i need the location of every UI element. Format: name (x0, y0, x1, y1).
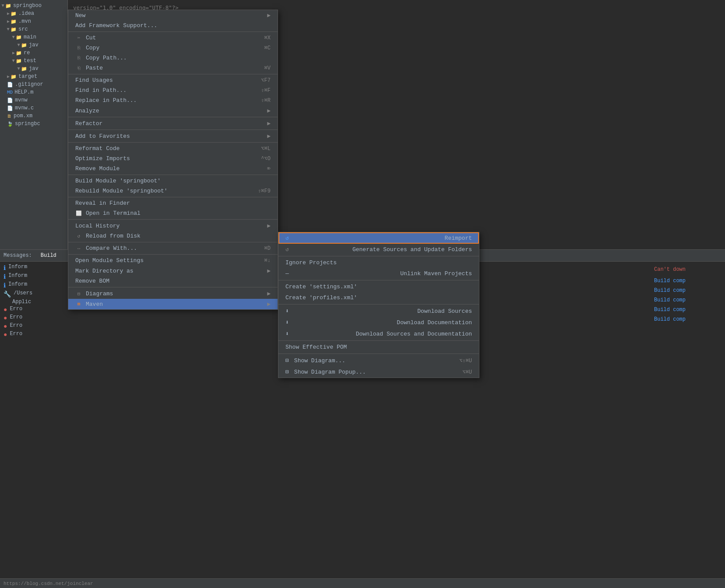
cm-maven[interactable]: m Maven ▶ (68, 299, 278, 309)
project-item-mvnw[interactable]: 📄 mvnw (0, 96, 67, 104)
info-icon-3: ℹ (4, 282, 6, 289)
maven-sep-3 (278, 304, 479, 304)
separator-4 (68, 130, 278, 130)
cm-find-usages[interactable]: Find Usages ⌥F7 (68, 75, 278, 85)
cm-add-favorites[interactable]: Add to Favorites ▶ (68, 131, 278, 141)
messages-label: Messages: (4, 252, 32, 259)
cm-open-terminal[interactable]: ⬜ Open in Terminal (68, 208, 278, 218)
maven-generate-sources[interactable]: ↺ Generate Sources and Update Folders (278, 244, 479, 255)
project-item-src[interactable]: ▶ 📁 src (0, 25, 67, 33)
cm-rebuild-module[interactable]: Rebuild Module 'springboot' ⇧⌘F9 (68, 186, 278, 196)
project-item-java-main[interactable]: ▶ 📁 jav (0, 41, 67, 49)
cm-copy-shortcut: ⌘C (264, 45, 271, 51)
cm-build-module-label: Build Module 'springboot' (75, 178, 161, 184)
maven-show-effective-pom[interactable]: Show Effective POM (278, 342, 479, 353)
project-item-gitignore[interactable]: 📄 .gitignor (0, 80, 67, 88)
cm-refactor-label: Refactor (75, 120, 102, 127)
cm-find-path[interactable]: Find in Path... ⇧⌘F (68, 85, 278, 95)
project-item-res[interactable]: ▶ 📁 re (0, 49, 67, 57)
project-root[interactable]: ▶ 📁 springboo (0, 2, 67, 10)
project-item-test[interactable]: ▶ 📁 test (0, 57, 67, 65)
cm-optimize-imports[interactable]: Optimize Imports ^⌥O (68, 154, 278, 164)
cm-mark-directory[interactable]: Mark Directory as ▶ (68, 266, 278, 276)
cm-copy[interactable]: ⎘ Copy ⌘C (68, 43, 278, 53)
cm-reload-disk[interactable]: ↺ Reload from Disk (68, 231, 278, 241)
project-item-help[interactable]: MD HELP.m (0, 88, 67, 96)
download-both-icon: ⬇ (285, 330, 289, 337)
cm-add-framework[interactable]: Add Framework Support... (68, 21, 278, 31)
cm-find-usages-label: Find Usages (75, 77, 113, 84)
cm-copy-path[interactable]: ⎘ Copy Path... (68, 53, 278, 63)
cm-reformat[interactable]: Reformat Code ⌥⌘L (68, 144, 278, 154)
cm-build-module[interactable]: Build Module 'springboot' (68, 176, 278, 186)
cm-replace-path[interactable]: Replace in Path... ⇧⌘R (68, 95, 278, 105)
build-comp-3[interactable]: Build comp (651, 295, 725, 305)
project-item-target[interactable]: ▶ 📁 target (0, 73, 67, 80)
maven-sep-2 (278, 280, 479, 280)
file-icon-pom: 🗎 (7, 113, 12, 119)
maven-download-docs[interactable]: ⬇ Download Documentation (278, 317, 479, 328)
cm-compare-with[interactable]: ↔ Compare With... ⌘D (68, 243, 278, 253)
cm-new[interactable]: New ▶ (68, 10, 278, 21)
cm-remove-module[interactable]: Remove Module ⌦ (68, 164, 278, 174)
maven-show-diagram[interactable]: ⊟ Show Diagram... ⌥⇧⌘U (278, 355, 479, 366)
maven-reimport[interactable]: ↺ Reimport (278, 232, 479, 244)
error-icon-4: ● (4, 331, 7, 338)
cm-module-settings[interactable]: Open Module Settings ⌘↓ (68, 256, 278, 266)
maven-submenu: ↺ Reimport ↺ Generate Sources and Update… (278, 232, 479, 378)
cm-local-history[interactable]: Local History ▶ (68, 220, 278, 231)
cm-reformat-label: Reformat Code (75, 145, 120, 152)
cm-replace-path-shortcut: ⇧⌘R (261, 97, 271, 104)
cm-remove-bom[interactable]: Remove BOM (68, 276, 278, 286)
project-item-idea[interactable]: ▶ 📁 .idea (0, 10, 67, 18)
maven-show-diagram-popup-label: Show Diagram Popup... (294, 369, 366, 375)
cm-cut[interactable]: ✂ Cut ⌘X (68, 33, 278, 43)
project-item-mvn[interactable]: ▶ 📁 .mvn (0, 18, 67, 25)
cm-paste[interactable]: ⎗ Paste ⌘V (68, 63, 278, 73)
project-label-help: HELP.m (14, 89, 33, 95)
cm-maven-label: Maven (86, 301, 103, 308)
project-item-springboot[interactable]: 🍃 springbc (0, 120, 67, 128)
project-item-pom[interactable]: 🗎 pom.xm (0, 112, 67, 120)
cm-module-settings-shortcut: ⌘↓ (264, 257, 271, 264)
tree-arrow-target: ▶ (7, 74, 10, 79)
maven-show-effective-pom-label: Show Effective POM (285, 344, 347, 350)
cm-refactor[interactable]: Refactor ▶ (68, 118, 278, 129)
project-item-mvnw-cmd[interactable]: 📄 mvnw.c (0, 104, 67, 112)
maven-show-diagram-popup[interactable]: ⊟ Show Diagram Popup... ⌥⌘U (278, 366, 479, 378)
maven-sep-1 (278, 256, 479, 256)
cm-reveal-finder[interactable]: Reveal in Finder (68, 198, 278, 208)
cm-remove-module-shortcut: ⌦ (267, 165, 271, 172)
maven-unlink-label: Unlink Maven Projects (400, 270, 472, 277)
cm-new-arrow: ▶ (267, 12, 271, 19)
error-icon-2: ● (4, 315, 7, 322)
maven-unlink[interactable]: — Unlink Maven Projects (278, 268, 479, 279)
cm-local-history-label: Local History (75, 223, 120, 229)
diagram-popup-icon: ⊟ (285, 368, 289, 375)
project-item-java-test[interactable]: ▶ 📁 jav (0, 65, 67, 73)
download-docs-icon: ⬇ (285, 319, 289, 326)
cm-paste-label: Paste (86, 65, 103, 71)
build-comp-4[interactable]: Build comp (651, 305, 725, 315)
cm-analyze[interactable]: Analyze ▶ (68, 105, 278, 116)
maven-download-docs-label: Download Documentation (397, 319, 472, 326)
build-comp-2[interactable]: Build comp (651, 286, 725, 295)
cm-diagrams[interactable]: ⊟ Diagrams ▶ (68, 288, 278, 299)
cm-add-favorites-label: Add to Favorites (75, 133, 130, 140)
project-label-java-test: jav (29, 66, 39, 72)
cm-cut-label: Cut (86, 35, 96, 41)
build-comp-1[interactable]: Build comp (651, 276, 725, 286)
folder-icon-root: 📁 (5, 3, 11, 9)
cm-replace-path-label: Replace in Path... (75, 97, 137, 104)
maven-create-settings-label: Create 'settings.xml' (285, 284, 357, 290)
build-comp-5[interactable]: Build comp (651, 315, 725, 324)
project-item-main[interactable]: ▶ 📁 main (0, 33, 67, 41)
maven-create-profiles[interactable]: Create 'profiles.xml' (278, 292, 479, 303)
maven-ignore-projects[interactable]: Ignore Projects (278, 257, 479, 268)
maven-download-both[interactable]: ⬇ Download Sources and Documentation (278, 328, 479, 340)
copy-icon: ⎘ (75, 46, 82, 51)
maven-create-settings[interactable]: Create 'settings.xml' (278, 281, 479, 292)
messages-tab-build[interactable]: Build (39, 252, 58, 259)
maven-show-diagram-shortcut: ⌥⇧⌘U (459, 357, 472, 364)
maven-download-sources[interactable]: ⬇ Download Sources (278, 305, 479, 317)
